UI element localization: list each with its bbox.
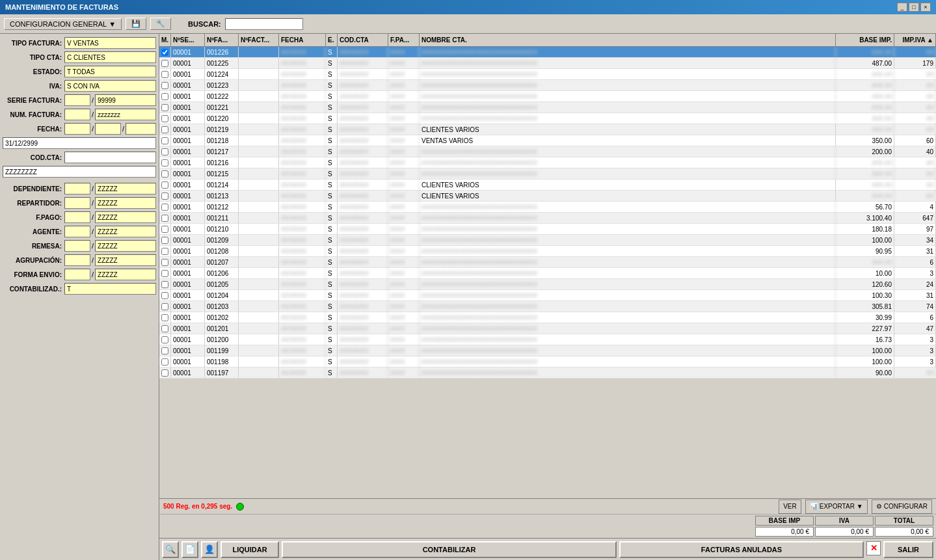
row-checkbox[interactable] <box>159 356 171 367</box>
row-checkbox[interactable] <box>159 224 171 234</box>
fecha-to-value[interactable]: 31/12/2999 <box>3 137 156 149</box>
forma-envio-from[interactable] <box>64 269 90 280</box>
contabilizad-value[interactable]: T <box>64 283 156 295</box>
table-row[interactable]: 00001 001214 ##/##/## S ######## #### CL… <box>159 180 936 191</box>
remesa-from[interactable] <box>64 240 90 252</box>
tipo-factura-value[interactable]: V VENTAS <box>64 37 156 49</box>
table-row[interactable]: 00001 001213 ##/##/## S ######## #### CL… <box>159 191 936 202</box>
table-row[interactable]: 00001 001225 ##/##/## S ######## #### ##… <box>159 58 936 69</box>
user-icon-button[interactable]: 👤 <box>201 541 218 558</box>
table-row[interactable]: 00001 001223 ##/##/## S ######## #### ##… <box>159 80 936 91</box>
fecha-from[interactable] <box>64 123 90 135</box>
liquidar-button[interactable]: LIQUIDAR <box>221 541 279 558</box>
serie-factura-from[interactable] <box>64 94 90 106</box>
row-checkbox[interactable] <box>159 301 171 312</box>
col-header-e[interactable]: E. <box>326 34 338 46</box>
fpago-from[interactable] <box>64 211 90 223</box>
table-row[interactable]: 00001 001197 ##/##/## S ######## #### ##… <box>159 367 936 379</box>
col-header-nombrecta[interactable]: NOMBRE CTA. <box>420 34 836 46</box>
serie-factura-to[interactable]: 99999 <box>95 94 156 106</box>
table-row[interactable]: 00001 001212 ##/##/## S ######## #### ##… <box>159 202 936 213</box>
col-header-fpa[interactable]: F.PA... <box>388 34 420 46</box>
salir-button[interactable]: SALIR <box>883 541 933 558</box>
row-checkbox[interactable] <box>159 168 171 179</box>
row-checkbox[interactable] <box>159 334 171 345</box>
dependiente-to[interactable]: ZZZZZ <box>95 183 156 194</box>
estado-value[interactable]: T TODAS <box>64 66 156 77</box>
row-checkbox[interactable] <box>159 268 171 278</box>
row-checkbox[interactable] <box>159 91 171 101</box>
col-header-nfa[interactable]: NºFA... <box>205 34 239 46</box>
cod-cta-to[interactable]: ZZZZZZZZ <box>3 166 156 178</box>
fpago-to[interactable]: ZZZZZ <box>95 211 156 223</box>
remesa-to[interactable]: ZZZZZ <box>95 240 156 252</box>
tipo-cta-value[interactable]: C CLIENTES <box>64 51 156 63</box>
close-button[interactable]: × <box>920 3 931 12</box>
table-row[interactable]: 00001 001218 ##/##/## S ######## #### VE… <box>159 135 936 146</box>
agente-to[interactable]: ZZZZZ <box>95 226 156 237</box>
table-row[interactable]: 00001 001203 ##/##/## S ######## #### ##… <box>159 301 936 312</box>
row-checkbox[interactable] <box>159 102 171 113</box>
table-row[interactable]: 00001 001204 ##/##/## S ######## #### ##… <box>159 290 936 301</box>
table-row[interactable]: 00001 001217 ##/##/## S ######## #### ##… <box>159 146 936 157</box>
fecha-mid[interactable] <box>95 123 121 135</box>
doc-icon-button[interactable]: 📄 <box>181 541 198 558</box>
row-checkbox[interactable] <box>159 146 171 157</box>
row-checkbox[interactable] <box>159 113 171 124</box>
col-header-codcta[interactable]: COD.CTA <box>338 34 388 46</box>
maximize-button[interactable]: □ <box>909 3 919 12</box>
table-row[interactable]: 00001 001199 ##/##/## S ######## #### ##… <box>159 345 936 356</box>
save-button[interactable]: 💾 <box>126 18 146 30</box>
search-icon-button[interactable]: 🔍 <box>162 541 179 558</box>
row-checkbox[interactable] <box>159 345 171 356</box>
row-checkbox[interactable] <box>159 323 171 334</box>
row-checkbox[interactable] <box>159 191 171 201</box>
table-row[interactable]: 00001 001221 ##/##/## S ######## #### ##… <box>159 102 936 113</box>
fecha-year[interactable] <box>126 123 156 135</box>
table-row[interactable]: 00001 001226 ##/##/## S ######## #### ##… <box>159 47 936 58</box>
search-input[interactable] <box>225 18 303 30</box>
table-row[interactable]: 00001 001219 ##/##/## S ######## #### CL… <box>159 124 936 135</box>
tool-button[interactable]: 🔧 <box>150 18 171 30</box>
row-checkbox[interactable] <box>159 124 171 135</box>
row-checkbox[interactable] <box>159 367 171 378</box>
col-header-nfact[interactable]: NºFACT... <box>239 34 279 46</box>
iva-value[interactable]: S CON IVA <box>64 80 156 92</box>
col-header-baseimp[interactable]: BASE IMP. <box>836 34 894 46</box>
col-header-nse[interactable]: NºSE... <box>171 34 205 46</box>
facturas-anuladas-button[interactable]: FACTURAS ANULADAS <box>619 541 864 558</box>
row-checkbox[interactable] <box>159 202 171 212</box>
repartidor-to[interactable]: ZZZZZ <box>95 197 156 209</box>
dependiente-from[interactable] <box>64 183 90 194</box>
row-checkbox[interactable] <box>159 80 171 90</box>
x-button[interactable]: ✕ <box>866 541 881 555</box>
table-row[interactable]: 00001 001206 ##/##/## S ######## #### ##… <box>159 268 936 279</box>
table-row[interactable]: 00001 001224 ##/##/## S ######## #### ##… <box>159 69 936 80</box>
forma-envio-to[interactable]: ZZZZZ <box>95 269 156 280</box>
configurar-button[interactable]: ⚙ CONFIGURAR <box>872 500 932 514</box>
col-header-impiva[interactable]: IMP.IVA ▲ <box>894 34 936 46</box>
cod-cta-value[interactable] <box>64 152 156 163</box>
table-row[interactable]: 00001 001211 ##/##/## S ######## #### ##… <box>159 213 936 224</box>
table-row[interactable]: 00001 001202 ##/##/## S ######## #### ##… <box>159 312 936 323</box>
row-checkbox[interactable] <box>159 257 171 267</box>
table-row[interactable]: 00001 001208 ##/##/## S ######## #### ##… <box>159 246 936 257</box>
row-checkbox[interactable] <box>159 180 171 190</box>
table-row[interactable]: 00001 001201 ##/##/## S ######## #### ##… <box>159 323 936 334</box>
row-checkbox[interactable] <box>159 47 171 57</box>
table-row[interactable]: 00001 001209 ##/##/## S ######## #### ##… <box>159 235 936 246</box>
row-checkbox[interactable] <box>159 246 171 256</box>
table-row[interactable]: 00001 001198 ##/##/## S ######## #### ##… <box>159 356 936 367</box>
ver-button[interactable]: VER <box>779 500 801 514</box>
table-row[interactable]: 00001 001210 ##/##/## S ######## #### ##… <box>159 224 936 235</box>
row-checkbox[interactable] <box>159 279 171 289</box>
contabilizar-button[interactable]: CONTABILIZAR <box>282 541 617 558</box>
agente-from[interactable] <box>64 226 90 237</box>
num-factura-to[interactable]: zzzzzzz <box>95 109 156 120</box>
table-row[interactable]: 00001 001205 ##/##/## S ######## #### ##… <box>159 279 936 290</box>
table-row[interactable]: 00001 001215 ##/##/## S ######## #### ##… <box>159 168 936 180</box>
row-checkbox[interactable] <box>159 157 171 168</box>
table-row[interactable]: 00001 001200 ##/##/## S ######## #### ##… <box>159 334 936 345</box>
table-row[interactable]: 00001 001207 ##/##/## S ######## #### ##… <box>159 257 936 268</box>
config-general-button[interactable]: CONFIGURACION GENERAL ▼ <box>4 18 122 30</box>
